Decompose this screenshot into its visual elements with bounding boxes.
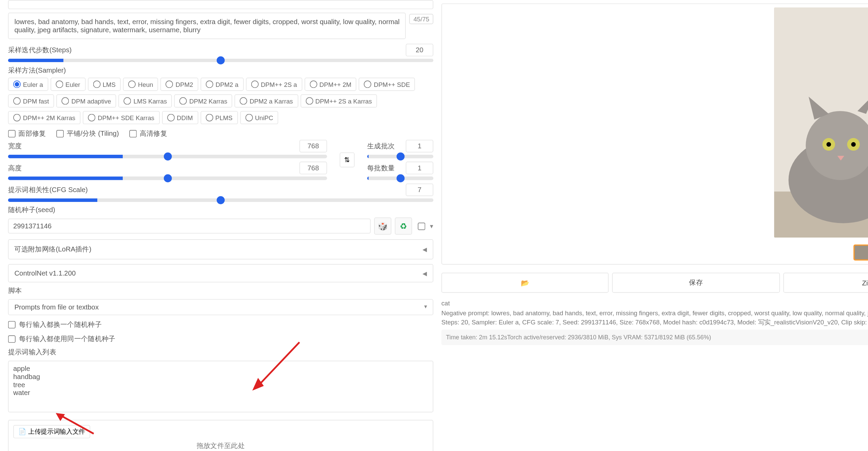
height-value[interactable]: 768: [299, 162, 327, 174]
hires-checkbox[interactable]: [129, 130, 137, 137]
sampler-option[interactable]: DPM2 Karras: [174, 94, 232, 108]
upload-dropzone[interactable]: 📄 上传提示词输入文件 拖放文件至此处 - 或 - 点击上传: [8, 420, 433, 451]
extra-seed-dropdown-icon: ▾: [430, 222, 433, 230]
batch-size-slider[interactable]: [367, 176, 433, 180]
steps-slider[interactable]: [8, 59, 433, 62]
reuse-seed-button[interactable]: ♻: [395, 218, 412, 235]
tiling-checkbox[interactable]: [56, 130, 64, 137]
swap-dimensions-button[interactable]: ⇅: [340, 152, 355, 167]
lora-accordion[interactable]: 可选附加网络(LoRA插件)◀: [8, 239, 433, 259]
sampler-label: 采样方法(Sampler): [8, 65, 433, 75]
sampler-option[interactable]: DPM++ 2S a Karras: [300, 94, 377, 108]
prompt-list-textarea[interactable]: [8, 361, 433, 413]
svg-marker-1: [56, 413, 65, 421]
token-counter: 45/75: [410, 14, 433, 24]
face-restore-checkbox[interactable]: [8, 130, 16, 137]
sampler-options: Euler aEulerLMSHeunDPM2DPM2 aDPM++ 2S aD…: [8, 78, 433, 124]
result-params: Steps: 20, Sampler: Euler a, CFG scale: …: [441, 318, 868, 327]
seed-input[interactable]: [8, 219, 371, 233]
tiling-label: 平铺/分块 (Tiling): [67, 129, 119, 139]
sampler-option[interactable]: Euler: [51, 78, 85, 91]
sampler-option[interactable]: DDIM: [162, 111, 198, 124]
save-button[interactable]: 保存: [612, 273, 780, 293]
sampler-option[interactable]: Heun: [123, 78, 158, 91]
cfg-slider[interactable]: [8, 199, 433, 202]
iterate-seed-checkbox[interactable]: [8, 321, 16, 328]
steps-label: 采样迭代步数(Steps): [8, 45, 402, 55]
sampler-option[interactable]: DPM fast: [8, 94, 54, 108]
svg-point-14: [851, 142, 856, 147]
batch-size-label: 每批数量: [367, 163, 402, 173]
seed-label: 随机种子(seed): [8, 205, 433, 215]
svg-point-12: [826, 142, 831, 147]
sampler-option[interactable]: PLMS: [200, 111, 238, 124]
thumbnail[interactable]: [853, 244, 868, 260]
result-prompt: cat: [441, 299, 868, 308]
sampler-option[interactable]: DPM adaptive: [57, 94, 116, 108]
hires-label: 高清修复: [140, 129, 167, 139]
sampler-option[interactable]: Euler a: [8, 78, 48, 91]
sampler-option[interactable]: LMS Karras: [119, 94, 172, 108]
chevron-left-icon: ◀: [422, 246, 427, 252]
sampler-option[interactable]: DPM2 a: [201, 78, 244, 91]
open-folder-button[interactable]: 📂: [441, 273, 609, 293]
height-label: 高度: [8, 163, 296, 173]
cfg-label: 提示词相关性(CFG Scale): [8, 185, 402, 195]
cfg-value[interactable]: 7: [406, 184, 433, 196]
width-label: 宽度: [8, 141, 296, 151]
negative-prompt-input[interactable]: lowres, bad anatomy, bad hands, text, er…: [8, 13, 406, 39]
folder-icon: 📂: [521, 279, 529, 287]
script-label: 脚本: [8, 286, 433, 296]
batch-count-slider[interactable]: [367, 155, 433, 158]
height-slider[interactable]: [8, 176, 327, 180]
sampler-option[interactable]: DPM++ 2M: [304, 78, 357, 91]
chevron-down-icon: ▾: [424, 303, 427, 311]
batch-count-value[interactable]: 1: [406, 140, 433, 152]
generated-image[interactable]: [774, 7, 868, 238]
steps-value[interactable]: 20: [406, 44, 433, 56]
zip-button[interactable]: Zip: [783, 273, 868, 293]
width-value[interactable]: 768: [299, 140, 327, 152]
result-negative: Negative prompt: lowres, bad anatomy, ba…: [441, 308, 868, 318]
sampler-option[interactable]: DPM2: [161, 78, 198, 91]
sampler-option[interactable]: DPM++ SDE: [359, 78, 415, 91]
chevron-left-icon: ◀: [422, 270, 427, 277]
dropzone-text: 拖放文件至此处: [197, 441, 245, 451]
upload-file-button[interactable]: 📄 上传提示词输入文件: [13, 425, 90, 438]
script-select[interactable]: Prompts from file or textbox▾: [8, 299, 433, 315]
batch-count-label: 生成批次: [367, 141, 402, 151]
batch-size-value[interactable]: 1: [406, 162, 433, 174]
sampler-option[interactable]: DPM++ 2S a: [246, 78, 302, 91]
prompt-list-label: 提示词输入列表: [8, 347, 433, 357]
extra-seed-checkbox[interactable]: [418, 222, 425, 230]
sampler-option[interactable]: DPM2 a Karras: [235, 94, 298, 108]
sampler-option[interactable]: DPM++ 2M Karras: [8, 111, 81, 124]
sampler-option[interactable]: LMS: [88, 78, 121, 91]
random-seed-button[interactable]: 🎲: [374, 218, 391, 235]
sampler-option[interactable]: DPM++ SDE Karras: [83, 111, 159, 124]
width-slider[interactable]: [8, 155, 327, 158]
same-seed-checkbox[interactable]: [8, 335, 16, 343]
result-timing: Time taken: 2m 15.12sTorch active/reserv…: [441, 329, 868, 345]
controlnet-accordion[interactable]: ControlNet v1.1.200◀: [8, 264, 433, 282]
face-restore-label: 面部修复: [18, 129, 46, 139]
sampler-option[interactable]: UniPC: [240, 111, 278, 124]
